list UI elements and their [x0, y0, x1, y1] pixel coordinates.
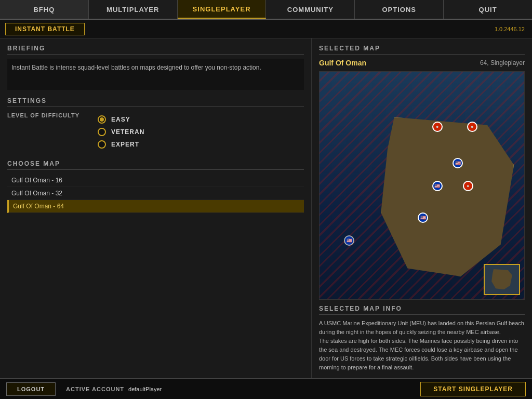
nav-bfhq[interactable]: BFHQ	[0, 0, 89, 19]
map-thumbnail	[484, 264, 520, 295]
difficulty-expert-label: EXPERT	[111, 141, 139, 148]
map-info-section: SELECTED MAP INFO A USMC Marine Expediti…	[319, 305, 525, 372]
start-singleplayer-button[interactable]: START SINGLEPLAYER	[420, 382, 526, 396]
nav-singleplayer[interactable]: SINGLEPLAYER	[178, 0, 267, 19]
nav-quit[interactable]: QUIT	[444, 0, 532, 19]
flag-marker-4: 🇺🇸	[432, 181, 443, 191]
difficulty-veteran[interactable]: VETERAN	[98, 128, 144, 136]
top-navigation: BFHQ MULTIPLAYER SINGLEPLAYER COMMUNITY …	[0, 0, 532, 20]
difficulty-row: LEVEL OF DIFFICULTY EASY VETERAN	[7, 111, 304, 153]
radio-veteran	[98, 128, 106, 136]
flag-circle-boat: 🇺🇸	[344, 235, 354, 246]
flag-circle-1: ●	[432, 122, 443, 132]
flag-marker-1: ●	[432, 122, 443, 132]
radio-easy-fill	[100, 117, 104, 122]
map-info-title: SELECTED MAP INFO	[319, 305, 525, 315]
version-label: 1.0.2446.12	[495, 26, 525, 32]
difficulty-options: EASY VETERAN EXPERT	[90, 111, 144, 153]
right-panel: SELECTED MAP Gulf Of Oman 64, Singleplay…	[312, 38, 532, 378]
main-content: BRIEFING Instant Battle is intense squad…	[0, 38, 532, 378]
flag-marker-5: ●	[463, 181, 473, 191]
difficulty-expert[interactable]: EXPERT	[98, 140, 144, 149]
map-item-oman32[interactable]: Gulf Of Oman - 32	[7, 187, 304, 200]
flag-circle-5: ●	[463, 181, 473, 191]
active-account-label: ACTIVE ACCOUNT	[66, 386, 124, 392]
difficulty-veteran-label: VETERAN	[111, 128, 144, 136]
map-item-oman64[interactable]: Gulf Of Oman - 64	[7, 200, 304, 213]
briefing-title: BRIEFING	[7, 45, 304, 55]
choose-map-title: CHOOSE MAP	[7, 160, 304, 170]
flag-circle-3: 🇺🇸	[453, 158, 463, 168]
briefing-section: BRIEFING Instant Battle is intense squad…	[7, 45, 304, 90]
map-info-text: A USMC Marine Expeditionary Unit (MEU) h…	[319, 319, 525, 372]
sub-bar: INSTANT BATTLE 1.0.2446.12	[0, 20, 532, 38]
thumbnail-land	[491, 269, 512, 289]
nav-multiplayer[interactable]: MULTIPLAYER	[89, 0, 178, 19]
map-title: Gulf Of Oman	[319, 59, 366, 67]
flag-circle-6: 🇺🇸	[418, 212, 428, 223]
logout-button[interactable]: LOGOUT	[6, 382, 56, 396]
settings-title: SETTINGS	[7, 97, 304, 107]
map-name-row: Gulf Of Oman 64, Singleplayer	[319, 59, 525, 67]
briefing-text: Instant Battle is intense squad-level ba…	[7, 59, 304, 90]
instant-battle-button[interactable]: INSTANT BATTLE	[5, 23, 85, 35]
nav-options[interactable]: OPTIONS	[355, 0, 444, 19]
map-chooser-section: CHOOSE MAP Gulf Of Oman - 16 Gulf Of Oma…	[7, 160, 304, 372]
map-item-oman16[interactable]: Gulf Of Oman - 16	[7, 174, 304, 187]
left-panel: BRIEFING Instant Battle is intense squad…	[0, 38, 312, 378]
radio-expert	[98, 140, 106, 149]
flag-circle-4: 🇺🇸	[432, 181, 443, 191]
flag-marker-boat: 🇺🇸	[344, 235, 354, 246]
flag-marker-6: 🇺🇸	[418, 212, 428, 223]
flag-marker-2: ●	[467, 122, 477, 132]
difficulty-easy[interactable]: EASY	[98, 115, 144, 124]
bottom-bar: LOGOUT ACTIVE ACCOUNT defaultPlayer STAR…	[0, 378, 532, 399]
flag-marker-3: 🇺🇸	[453, 158, 463, 168]
map-mode: 64, Singleplayer	[480, 59, 525, 66]
map-visual: ● ● 🇺🇸 🇺🇸 ● 🇺🇸 🇺🇸	[319, 71, 525, 300]
flag-circle-2: ●	[467, 122, 477, 132]
account-name: defaultPlayer	[128, 386, 162, 392]
difficulty-label: LEVEL OF DIFFICULTY	[7, 111, 90, 118]
nav-community[interactable]: COMMUNITY	[266, 0, 355, 19]
radio-easy	[98, 115, 106, 124]
settings-section: SETTINGS LEVEL OF DIFFICULTY EASY VET	[7, 97, 304, 153]
selected-map-section-title: SELECTED MAP	[319, 45, 525, 55]
difficulty-easy-label: EASY	[111, 116, 130, 123]
